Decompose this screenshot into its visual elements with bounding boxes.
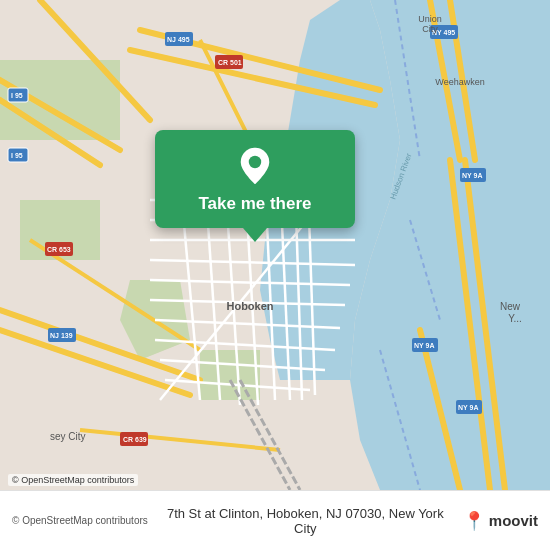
svg-text:CR 501: CR 501 [218, 59, 242, 66]
svg-text:NJ 495: NJ 495 [167, 36, 190, 43]
svg-point-77 [249, 156, 261, 168]
address-text: 7th St at Clinton, Hoboken, NJ 07030, Ne… [148, 506, 463, 536]
map-view: I 95 I 95 NJ 495 CR 501 CR 653 NJ 139 CR… [0, 0, 550, 490]
map-popup[interactable]: Take me there [155, 130, 355, 228]
svg-text:City: City [422, 24, 438, 34]
svg-text:Union: Union [418, 14, 442, 24]
svg-text:NY 9A: NY 9A [458, 404, 479, 411]
svg-text:I 95: I 95 [11, 152, 23, 159]
svg-text:Weehawken: Weehawken [435, 77, 484, 87]
copyright-text: © OpenStreetMap contributors [12, 515, 148, 526]
svg-text:sey City: sey City [50, 431, 86, 442]
moovit-brand-text: moovit [489, 512, 538, 529]
popup-label: Take me there [198, 194, 311, 214]
svg-text:NY 9A: NY 9A [414, 342, 435, 349]
svg-text:CR 653: CR 653 [47, 246, 71, 253]
svg-text:Y...: Y... [508, 313, 522, 324]
svg-text:New: New [500, 301, 521, 312]
svg-text:NY 9A: NY 9A [462, 172, 483, 179]
map-attribution: © OpenStreetMap contributors [8, 474, 138, 486]
svg-text:Hoboken: Hoboken [226, 300, 273, 312]
svg-rect-6 [200, 350, 260, 400]
location-pin-icon [235, 146, 275, 186]
svg-text:I 95: I 95 [11, 92, 23, 99]
moovit-pin-icon: 📍 [463, 510, 485, 532]
svg-text:NJ 139: NJ 139 [50, 332, 73, 339]
bottom-bar: © OpenStreetMap contributors 7th St at C… [0, 490, 550, 550]
svg-text:CR 639: CR 639 [123, 436, 147, 443]
moovit-logo: 📍 moovit [463, 510, 538, 532]
